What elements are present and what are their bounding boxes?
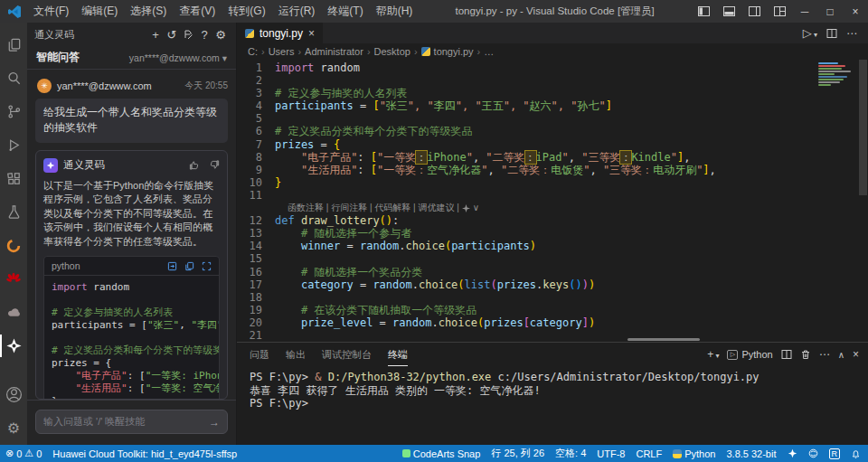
close-icon[interactable]: × bbox=[843, 0, 868, 23]
help-icon[interactable]: ? bbox=[196, 26, 212, 42]
language-mode[interactable]: Python bbox=[673, 448, 715, 459]
globe-status-icon[interactable] bbox=[808, 448, 818, 458]
code-line[interactable]: 9 "生活用品": ["一等奖：空气净化器", "二等奖：电饭煲", "三等奖：… bbox=[237, 164, 868, 176]
tongyi-lingma-icon[interactable] bbox=[0, 329, 27, 363]
breadcrumb-item[interactable]: tongyi.py bbox=[434, 46, 474, 57]
code-line[interactable]: 4participants = ["张三", "李四", "王五", "赵六",… bbox=[237, 99, 868, 112]
line-number[interactable]: 7 bbox=[237, 138, 275, 151]
maximize-panel-icon[interactable]: ∧ bbox=[838, 350, 844, 360]
layout-customize-icon[interactable] bbox=[767, 0, 792, 23]
menu-item[interactable]: 选择(S) bbox=[124, 0, 173, 23]
account-label[interactable]: yan****@dzwww.com ▾ bbox=[129, 52, 227, 63]
code-line[interactable]: 21 bbox=[237, 329, 868, 342]
code-line[interactable]: 11 bbox=[237, 189, 868, 202]
close-panel-icon[interactable]: × bbox=[853, 348, 859, 361]
line-number[interactable]: 14 bbox=[237, 240, 275, 252]
settings-gear-icon[interactable]: ⚙ bbox=[0, 411, 27, 445]
code-line[interactable]: 1import random bbox=[237, 61, 868, 74]
panel-tab-调试控制台[interactable]: 调试控制台 bbox=[322, 343, 372, 366]
terminal-output[interactable]: PS F:\py> & D:/Python38-32/python.exe c:… bbox=[237, 366, 868, 445]
terminal-profile[interactable]: ▷ Python bbox=[727, 349, 772, 360]
code-line[interactable]: 14 winner = random.choice(participants) bbox=[237, 240, 868, 252]
account-icon[interactable] bbox=[0, 378, 27, 411]
send-icon[interactable]: → bbox=[209, 416, 220, 429]
menu-item[interactable]: 运行(R) bbox=[272, 0, 322, 23]
encoding-status[interactable]: UTF-8 bbox=[597, 448, 625, 459]
cursor-position[interactable]: 行 25, 列 26 bbox=[491, 447, 544, 460]
run-button[interactable]: ▷ ▾ bbox=[803, 26, 817, 40]
code-line[interactable]: 12def draw_lottery(): bbox=[237, 214, 868, 227]
huawei-toolkit-status[interactable]: Huawei Cloud Toolkit: hid_t_eyd475l-sffs… bbox=[52, 448, 237, 459]
code-line[interactable]: 5 bbox=[237, 112, 868, 125]
code-line[interactable]: 15 bbox=[237, 252, 868, 265]
huawei-cloud-icon[interactable] bbox=[0, 296, 27, 329]
layout-sidebar-icon[interactable] bbox=[691, 0, 716, 23]
run-debug-icon[interactable] bbox=[0, 128, 27, 162]
line-number[interactable]: 17 bbox=[237, 278, 275, 291]
tongyi-status-icon[interactable] bbox=[788, 448, 797, 458]
code-line[interactable]: 16 # 随机选择一个奖品分类 bbox=[237, 266, 868, 278]
line-number[interactable]: 8 bbox=[237, 151, 275, 164]
python-version[interactable]: 3.8.5 32-bit bbox=[726, 448, 776, 459]
line-number[interactable]: 2 bbox=[237, 74, 275, 87]
extensions-icon[interactable] bbox=[0, 162, 27, 195]
problems-status[interactable]: ⊗0 ⚠0 bbox=[5, 448, 42, 459]
code-line[interactable]: 19 # 在该分类下随机抽取一个等级奖品 bbox=[237, 304, 868, 316]
chat-input[interactable]: 输入问题或 '/' 唤醒技能 → bbox=[35, 410, 228, 434]
explorer-icon[interactable] bbox=[0, 28, 27, 61]
line-number[interactable]: 20 bbox=[237, 316, 275, 329]
code-line[interactable]: 18 bbox=[237, 291, 868, 304]
feedback-icon[interactable] bbox=[180, 26, 196, 42]
thumbs-up-icon[interactable] bbox=[189, 160, 199, 170]
new-terminal-icon[interactable]: + ▾ bbox=[707, 348, 719, 361]
breadcrumb-item[interactable]: Administrator bbox=[305, 46, 363, 57]
horizontal-scrollbar[interactable] bbox=[627, 338, 700, 341]
expand-code-icon[interactable] bbox=[202, 261, 212, 271]
layout-secondary-sidebar-icon[interactable] bbox=[741, 0, 767, 23]
panel-tab-问题[interactable]: 问题 bbox=[250, 343, 269, 366]
split-editor-icon[interactable] bbox=[826, 28, 837, 39]
new-chat-icon[interactable]: + bbox=[147, 26, 164, 42]
codelens[interactable]: 函数注释 | 行间注释 | 代码解释 | 调优建议 | ∨ bbox=[237, 202, 868, 214]
minimap[interactable] bbox=[818, 61, 856, 87]
code-line[interactable]: 6# 定义奖品分类和每个分类下的等级奖品 bbox=[237, 125, 868, 137]
line-number[interactable]: 13 bbox=[237, 227, 275, 240]
minimize-icon[interactable]: ─ bbox=[792, 0, 817, 23]
r-status-icon[interactable]: R bbox=[829, 448, 841, 459]
layout-panel-icon[interactable] bbox=[716, 0, 741, 23]
line-number[interactable]: 3 bbox=[237, 87, 275, 99]
line-number[interactable]: 11 bbox=[237, 189, 275, 202]
code-line[interactable]: 8 "电子产品": ["一等奖：iPhone", "二等奖：iPad", "三等… bbox=[237, 151, 868, 164]
line-number[interactable]: 5 bbox=[237, 112, 275, 125]
kill-terminal-icon[interactable] bbox=[800, 349, 811, 360]
line-number[interactable]: 19 bbox=[237, 304, 275, 316]
panel-more-actions-icon[interactable]: ⋯ bbox=[819, 348, 830, 361]
line-number[interactable]: 18 bbox=[237, 291, 275, 304]
testing-flask-icon[interactable] bbox=[0, 195, 27, 229]
insert-code-icon[interactable] bbox=[167, 261, 177, 271]
line-number[interactable]: 1 bbox=[237, 61, 275, 74]
notifications-bell-icon[interactable] bbox=[851, 448, 861, 458]
code-line[interactable]: 3# 定义参与抽奖的人名列表 bbox=[237, 87, 868, 99]
line-number[interactable]: 12 bbox=[237, 214, 275, 227]
restore-icon[interactable]: □ bbox=[817, 0, 843, 23]
panel-tab-输出[interactable]: 输出 bbox=[286, 343, 306, 366]
line-number[interactable]: 10 bbox=[237, 176, 275, 189]
indentation-status[interactable]: 空格: 4 bbox=[555, 447, 586, 460]
code-line[interactable]: 2 bbox=[237, 74, 868, 87]
code-line[interactable]: 13 # 随机选择一个参与者 bbox=[237, 227, 868, 240]
line-number[interactable]: 21 bbox=[237, 329, 275, 342]
line-number[interactable]: 15 bbox=[237, 252, 275, 265]
line-number[interactable]: 16 bbox=[237, 266, 275, 278]
line-number[interactable]: 9 bbox=[237, 164, 275, 176]
code-line[interactable]: 17 category = random.choice(list(prizes.… bbox=[237, 278, 868, 291]
search-icon[interactable] bbox=[0, 61, 27, 95]
menu-item[interactable]: 查看(V) bbox=[173, 0, 222, 23]
line-number[interactable]: 4 bbox=[237, 99, 275, 112]
breadcrumb-item[interactable]: … bbox=[484, 46, 494, 57]
menu-item[interactable]: 文件(F) bbox=[27, 0, 75, 23]
eol-status[interactable]: CRLF bbox=[636, 448, 662, 459]
tab-tongyi-py[interactable]: tongyi.py × bbox=[237, 23, 323, 43]
editor-more-actions-icon[interactable]: ⋯ bbox=[846, 27, 857, 40]
menu-item[interactable]: 转到(G) bbox=[222, 0, 271, 23]
